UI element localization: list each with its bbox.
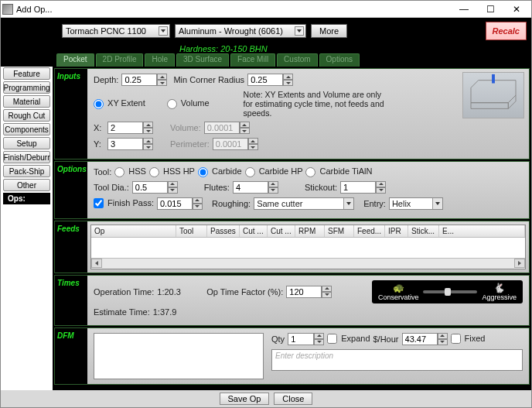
svg-marker-1 [471, 103, 508, 109]
tab-options[interactable]: Options [319, 53, 360, 67]
tortoise-hare-slider[interactable]: 🐢Conservative 🐇Aggressive [372, 280, 523, 303]
machine-value: Tormach PCNC 1100 [66, 26, 146, 36]
topbar: Tormach PCNC 1100 Aluminum - Wrought (60… [1, 18, 531, 44]
col-e[interactable]: E... [439, 225, 525, 237]
hardness-label: Hardness: 20-150 BHN [179, 44, 268, 53]
y-label: Y: [94, 139, 104, 149]
col-passes[interactable]: Passes [207, 225, 240, 237]
close-button[interactable]: ✕ [503, 2, 530, 17]
tab-3d-surface[interactable]: 3D Surface [176, 53, 229, 67]
rate-label: $/Hour [373, 334, 399, 344]
tool-tialn-radio[interactable]: Carbide TiAlN [305, 166, 372, 177]
maximize-button[interactable]: ☐ [477, 2, 503, 17]
sidebar-item-pack-ship[interactable]: Pack-Ship [3, 165, 50, 177]
tool-dia-label: Tool Dia.: [94, 183, 129, 192]
bottom-bar: Save Op Close [1, 390, 531, 407]
sidebar-item-feature[interactable]: Feature [3, 67, 50, 80]
roughing-select[interactable]: Same cutter [254, 197, 354, 210]
sidebar-item-finish-deburr[interactable]: Finish/Deburr [3, 151, 50, 163]
xy-extent-radio[interactable]: XY Extent [94, 98, 145, 109]
pocket-preview-icon [462, 72, 524, 118]
flutes-input[interactable] [233, 181, 278, 194]
tool-hss-radio[interactable]: HSS [114, 166, 146, 177]
ops-label: Ops: [3, 193, 50, 204]
svg-marker-0 [471, 81, 516, 103]
more-button[interactable]: More [311, 24, 347, 38]
tortoise-icon: 🐢 [393, 283, 404, 293]
feeds-grid[interactable]: Op Tool Passes Cut ... Cut ... RPM SFM F… [90, 225, 526, 269]
col-rpm[interactable]: RPM [295, 225, 325, 237]
tab-pocket[interactable]: Pocket [56, 53, 94, 67]
section-feeds: Op Tool Passes Cut ... Cut ... RPM SFM F… [87, 221, 529, 273]
col-stick[interactable]: Stick... [408, 225, 439, 237]
dfm-list[interactable] [94, 333, 264, 379]
tab-face-mill[interactable]: Face Mill [230, 53, 275, 67]
chevron-down-icon [343, 198, 353, 209]
tab-hole[interactable]: Hole [145, 53, 175, 67]
section-options: Tool: HSS HSS HP Carbide Carbide HP Carb… [87, 162, 529, 218]
depth-input[interactable] [121, 74, 167, 86]
material-value: Aluminum - Wrought (6061) [179, 26, 283, 36]
qty-input[interactable] [288, 333, 324, 345]
est-time-label: Estimate Time: [94, 307, 150, 317]
min-corner-radius-input[interactable] [247, 74, 293, 86]
y-input[interactable] [107, 138, 153, 150]
section-times: Operation Time: 1:20.3 Op Time Factor (%… [87, 276, 529, 325]
tool-hsshp-radio[interactable]: HSS HP [149, 166, 195, 177]
sidebar-item-other[interactable]: Other [3, 179, 50, 191]
est-time-value: 1:37.9 [153, 307, 177, 317]
svg-rect-3 [492, 74, 495, 84]
col-cut1[interactable]: Cut ... [240, 225, 268, 237]
sidebar-item-rough-cut[interactable]: Rough Cut [3, 109, 50, 122]
tab-custom[interactable]: Custom [277, 53, 317, 67]
tool-carbidehp-radio[interactable]: Carbide HP [245, 166, 303, 177]
sidebar-item-material[interactable]: Material [3, 95, 50, 108]
machine-select[interactable]: Tormach PCNC 1100 [62, 24, 170, 38]
col-cut2[interactable]: Cut ... [268, 225, 295, 237]
save-op-button[interactable]: Save Op [220, 393, 270, 405]
sidebar-item-programming[interactable]: Programming [3, 81, 50, 94]
x-label: X: [94, 123, 104, 132]
grid-hscroll[interactable] [91, 258, 525, 269]
op-tabs: Pocket 2D Profile Hole 3D Surface Face M… [1, 53, 531, 67]
material-select[interactable]: Aluminum - Wrought (6061) [175, 24, 306, 38]
min-corner-radius-label: Min Corner Radius [173, 75, 244, 84]
rate-input[interactable] [402, 333, 448, 345]
sidebar-item-components[interactable]: Components [3, 123, 50, 135]
chevron-down-icon [295, 26, 304, 36]
qty-label: Qty [271, 334, 285, 344]
entry-select[interactable]: Helix [389, 197, 443, 210]
description-input[interactable]: Enter description [271, 349, 523, 371]
svg-marker-2 [508, 95, 516, 108]
perimeter-input [213, 138, 258, 150]
stickout-input[interactable] [340, 181, 386, 194]
op-time-label: Operation Time: [94, 287, 154, 297]
flutes-label: Flutes: [204, 183, 230, 192]
close-op-button[interactable]: Close [274, 393, 312, 405]
minimize-button[interactable]: — [451, 2, 477, 17]
fixed-checkbox[interactable]: Fixed [451, 334, 486, 345]
roughing-label: Roughing: [212, 199, 251, 208]
sidebar-item-setup[interactable]: Setup [3, 137, 50, 149]
tool-label: Tool: [94, 167, 111, 177]
finish-pass-input[interactable] [157, 197, 203, 210]
finish-pass-checkbox[interactable]: Finish Pass: [94, 198, 154, 209]
recalc-button[interactable]: Recalc [486, 22, 527, 40]
col-feed[interactable]: Feed... [354, 225, 385, 237]
col-ipr[interactable]: IPR [385, 225, 408, 237]
tool-dia-input[interactable] [132, 181, 178, 194]
tab-2d-profile[interactable]: 2D Profile [96, 53, 144, 67]
section-feeds-label: Feeds [55, 221, 87, 273]
tool-carbide-radio[interactable]: Carbide [198, 166, 242, 177]
expand-checkbox[interactable]: Expand [327, 334, 370, 345]
volume-input [204, 122, 250, 134]
volume-radio[interactable]: Volume [167, 98, 210, 109]
col-sfm[interactable]: SFM [325, 225, 354, 237]
section-options-label: Options [55, 162, 87, 218]
col-tool[interactable]: Tool [176, 225, 207, 237]
section-times-label: Times [55, 276, 87, 325]
col-op[interactable]: Op [91, 225, 176, 237]
op-factor-input[interactable] [286, 286, 332, 298]
depth-label: Depth: [94, 75, 118, 84]
x-input[interactable] [107, 122, 153, 134]
